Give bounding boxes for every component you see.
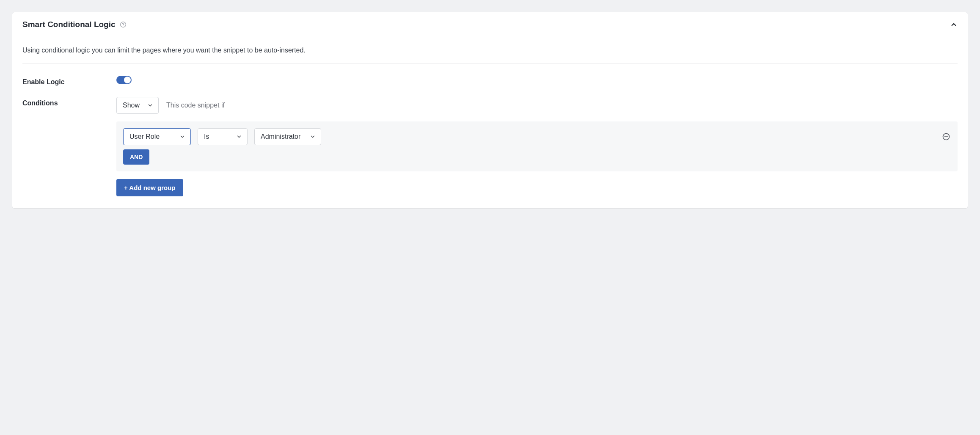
chevron-down-icon	[310, 134, 316, 140]
enable-logic-control	[116, 76, 958, 86]
toggle-knob	[124, 77, 131, 83]
and-button[interactable]: AND	[123, 149, 149, 165]
conditional-logic-panel: Smart Conditional Logic Using conditiona…	[12, 12, 968, 209]
condition-value-value: Administrator	[261, 133, 300, 140]
chevron-down-icon	[236, 134, 242, 140]
conditions-after-text: This code snippet if	[166, 102, 225, 109]
panel-title: Smart Conditional Logic	[22, 20, 116, 29]
help-icon[interactable]	[120, 21, 127, 28]
conditions-control: Show This code snippet if User Role	[116, 97, 958, 196]
condition-operator-value: Is	[204, 133, 209, 140]
panel-description: Using conditional logic you can limit th…	[22, 47, 958, 64]
enable-logic-label: Enable Logic	[22, 76, 116, 86]
panel-title-wrap: Smart Conditional Logic	[22, 20, 127, 29]
svg-point-1	[123, 26, 123, 26]
panel-header[interactable]: Smart Conditional Logic	[12, 12, 968, 37]
condition-operator-select[interactable]: Is	[198, 128, 248, 145]
add-new-group-button[interactable]: + Add new group	[116, 179, 183, 196]
condition-group: User Role Is	[116, 121, 958, 171]
action-select-value: Show	[123, 102, 140, 109]
chevron-up-icon[interactable]	[950, 21, 958, 28]
conditions-row: Conditions Show This code snippet if	[22, 97, 958, 196]
condition-field-value: User Role	[129, 133, 160, 140]
conditions-header: Show This code snippet if	[116, 97, 958, 114]
action-select[interactable]: Show	[116, 97, 159, 114]
condition-value-select[interactable]: Administrator	[254, 128, 321, 145]
condition-row: User Role Is	[123, 128, 951, 145]
enable-logic-toggle[interactable]	[116, 76, 132, 84]
enable-logic-row: Enable Logic	[22, 76, 958, 86]
panel-body: Using conditional logic you can limit th…	[12, 37, 968, 208]
remove-condition-button[interactable]	[941, 132, 951, 141]
chevron-down-icon	[179, 134, 185, 140]
conditions-label: Conditions	[22, 97, 116, 107]
chevron-down-icon	[147, 102, 153, 108]
condition-field-select[interactable]: User Role	[123, 128, 191, 145]
